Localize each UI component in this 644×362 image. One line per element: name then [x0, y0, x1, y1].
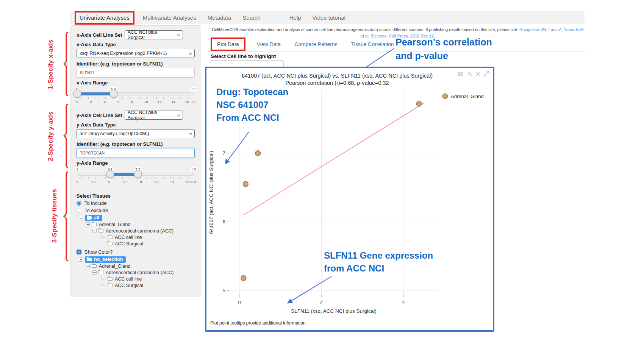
tree-node-acc-cell-line[interactable]: ACC cell line: [79, 234, 195, 240]
tab-plot-data[interactable]: Plot Data: [217, 41, 239, 47]
citation-text: CellMinerCDB enables exploration and ana…: [212, 27, 519, 32]
svg-text:4: 4: [402, 300, 405, 305]
collapse-icon[interactable]: [86, 264, 90, 268]
y-cell-line-set-select[interactable]: ACC NCI plus Surgical: [125, 111, 183, 120]
select-tissues-label: Select Tissues: [77, 193, 195, 199]
resize-icon[interactable]: [484, 71, 489, 76]
tab-compare-patterns[interactable]: Compare Patterns: [294, 39, 338, 50]
svg-text:641007 (act, ACC NCI plus Surg: 641007 (act, ACC NCI plus Surgical): [208, 151, 214, 234]
annotation-specify-y-axis: 2-Specify y-axis: [47, 105, 55, 168]
tree-node-adrenocortical-carcinoma-acc-[interactable]: Adrenocortical carcinoma (ACC): [79, 269, 195, 276]
svg-text:6: 6: [222, 219, 225, 225]
selected-tree-chip: no_selection: [85, 256, 126, 263]
tissue-include-radio[interactable]: To include: [77, 200, 195, 206]
nav-univariate-analyses[interactable]: Univariate Analyses: [80, 14, 130, 21]
red-annotation-box-nav: Univariate Analyses: [75, 11, 134, 25]
folder-icon: [108, 277, 113, 281]
y-identifier-value: TOPOTECAN: [80, 151, 105, 155]
collapse-icon[interactable]: [79, 257, 83, 262]
tree-node-adrenal-gland[interactable]: Adrenal_Gland: [79, 263, 195, 269]
tree-node-root[interactable]: no_selection: [79, 256, 195, 263]
chevron-down-icon: [177, 113, 180, 117]
collapse-icon[interactable]: [79, 216, 83, 220]
annotation-specify-x-axis: 1-Specify x-axis: [47, 33, 55, 96]
x-range-handle-from[interactable]: [73, 90, 81, 98]
svg-text:Adrenal_Gland: Adrenal_Gland: [451, 94, 484, 99]
x-identifier-label: Identifier: (e.g. topotecan or SLFN11): [77, 61, 195, 67]
tree-elbow-icon: [102, 235, 105, 238]
show-color-checkbox[interactable]: ✓Show Color?: [77, 249, 195, 255]
camera-icon[interactable]: [458, 71, 464, 76]
x-data-type-select[interactable]: xsq: RNA-seq Expression (log2 FPKM+1): [77, 49, 195, 58]
tree-node-acc-surgical[interactable]: ACC Surgical: [79, 240, 195, 247]
nav-multivariate-analyses[interactable]: Multivariate Analyses: [143, 14, 196, 21]
exclude-radio-label: To exclude: [84, 208, 108, 213]
x-cell-line-set-select[interactable]: ACC NCI plus Surgical: [125, 30, 183, 39]
x-cell-line-set-value: ACC NCI plus Surgical: [128, 30, 174, 40]
y-range-slider[interactable]: 2135.17.723.556.589.51112.513: [77, 167, 194, 185]
tree-node-acc-cell-line[interactable]: ACC cell line: [79, 276, 195, 282]
folder-icon: [108, 236, 113, 239]
collapse-icon[interactable]: [92, 229, 97, 233]
y-data-type-select[interactable]: act: Drug Activity (-log10[IC50M]): [77, 129, 195, 138]
y-range-label: y-Axis Range: [77, 160, 195, 166]
svg-text:5: 5: [222, 288, 225, 293]
zoom-in-icon[interactable]: [467, 71, 472, 76]
annotation-specify-tissues: 3-Specify tissues: [51, 183, 58, 249]
radio-selected-icon: [77, 201, 81, 206]
tree-node-adrenocortical-carcinoma-acc-[interactable]: Adrenocortical carcinoma (ACC): [79, 228, 195, 234]
result-tabs: Plot DataView DataCompare PatternsTissue…: [211, 37, 408, 51]
y-data-type-label: y-Axis Data Type: [77, 122, 195, 128]
svg-text:0: 0: [238, 300, 241, 305]
red-brace-tissues: [63, 171, 69, 262]
x-cell-line-set-label: x-Axis Cell Line Set: [77, 32, 122, 38]
tab-view-data[interactable]: View Data: [257, 39, 281, 50]
plot-footnote: Plot point tooltips provide additional i…: [210, 320, 307, 326]
x-range-label: x-Axis Range: [77, 80, 195, 86]
red-brace-x-axis: [63, 32, 69, 97]
collapse-icon[interactable]: [86, 222, 90, 226]
red-brace-y-axis: [63, 104, 69, 169]
tree-node-root[interactable]: all: [79, 215, 195, 221]
y-identifier-input[interactable]: TOPOTECAN: [77, 148, 195, 158]
svg-text:SLFN11 (xsq, ACC NCI plus Surg: SLFN11 (xsq, ACC NCI plus Surgical): [291, 308, 377, 314]
nav-search[interactable]: Search: [242, 14, 261, 21]
x-range-handle-to[interactable]: [110, 90, 118, 98]
tissue-tree-include: allAdrenal_GlandAdrenocortical carcinoma…: [79, 215, 195, 247]
y-data-type-value: act: Drug Activity (-log10[IC50M]): [80, 131, 149, 136]
citation-link[interactable]: Rajapakse.VN, Luna.A, Yamade.M: [519, 27, 584, 32]
nav-video-tutorial[interactable]: Video tutorial: [313, 14, 345, 21]
folder-icon: [92, 223, 97, 226]
nav-help[interactable]: Help: [289, 14, 301, 21]
annotation-gene: SLFN11 Gene expression from ACC NCI: [324, 249, 433, 275]
collapse-icon[interactable]: [92, 270, 97, 275]
close-icon[interactable]: [476, 72, 480, 76]
highlight-cell-line-label: Select Cell line to highlight: [211, 53, 276, 59]
tree-node-acc-surgical[interactable]: ACC Surgical: [79, 282, 195, 289]
folder-icon: [108, 242, 113, 245]
text-cursor: [105, 151, 105, 156]
selected-tree-chip: all: [85, 215, 102, 221]
x-identifier-input[interactable]: SLFN11: [77, 68, 195, 78]
nav-metadata[interactable]: Metadata: [208, 14, 231, 21]
folder-icon: [108, 284, 113, 287]
y-cell-line-set-label: y-Axis Cell Line Set: [77, 112, 122, 118]
checkbox-checked-icon: ✓: [77, 250, 81, 254]
x-identifier-value: SLFN11: [80, 70, 94, 75]
tree-elbow-icon: [102, 276, 105, 279]
tree-elbow-icon: [102, 283, 105, 286]
y-range-handle-from[interactable]: [106, 170, 114, 178]
include-radio-label: To include: [84, 200, 107, 206]
tree-elbow-icon: [102, 241, 105, 244]
y-range-handle-to[interactable]: [134, 170, 142, 178]
tissue-exclude-radio[interactable]: To exclude: [77, 208, 195, 213]
red-annotation-box-tab: Plot Data: [211, 37, 245, 51]
chevron-down-icon: [177, 33, 180, 36]
tree-node-adrenal-gland[interactable]: Adrenal_Gland: [79, 221, 195, 228]
x-range-slider[interactable]: 1705.3024681012141617: [77, 87, 194, 105]
y-cell-line-set-value: ACC NCI plus Surgical: [128, 110, 174, 120]
annotation-pearson: Pearson’s correlation and p-value: [395, 36, 492, 62]
tab-tissue-correlation[interactable]: Tissue Correlation: [351, 39, 394, 50]
y-identifier-label: Identifier: (e.g. topotecan or SLFN11): [77, 141, 195, 147]
chevron-down-icon: [189, 131, 192, 135]
